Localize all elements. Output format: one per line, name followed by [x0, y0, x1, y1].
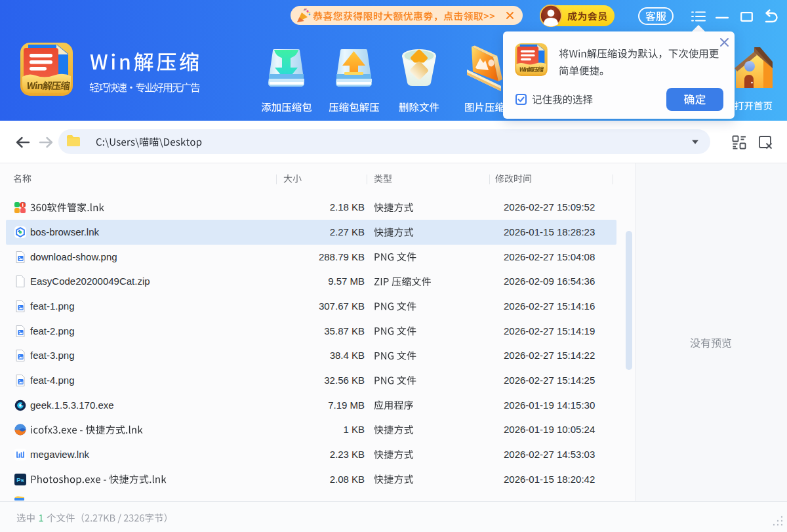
svg-text:Ps: Ps [16, 476, 24, 483]
